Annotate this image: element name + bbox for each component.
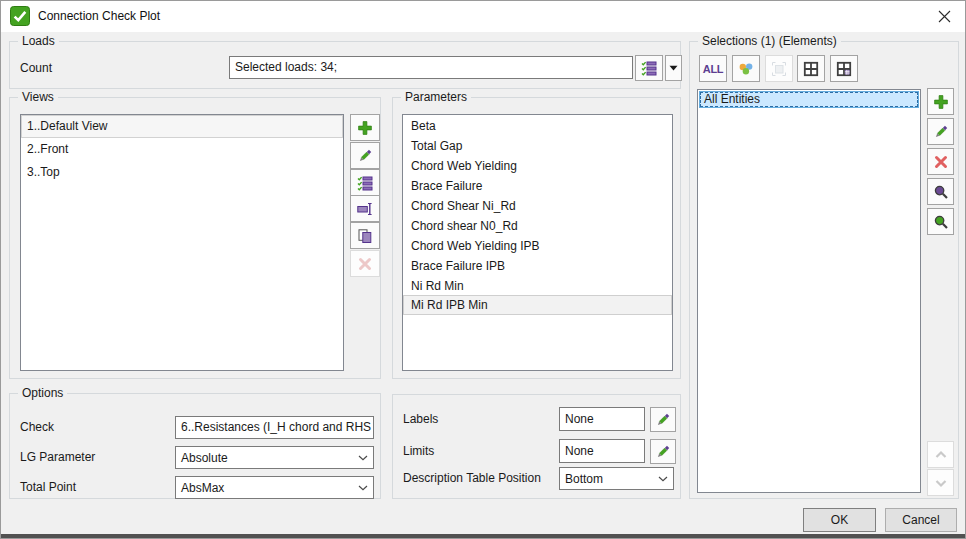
views-list[interactable]: 1..Default View2..Front3..Top — [20, 114, 344, 371]
grid-view-button[interactable] — [797, 55, 825, 82]
parameter-list-item-label: Chord Web Yielding — [411, 159, 517, 173]
parameter-list-item[interactable]: Total Gap — [403, 135, 672, 155]
parameter-list-item-label: Beta — [411, 119, 436, 133]
connection-check-plot-dialog: Connection Check Plot Loads Count Select… — [0, 0, 966, 539]
views-list-item[interactable]: 2..Front — [21, 138, 343, 161]
parameters-list[interactable]: BetaTotal GapChord Web YieldingBrace Fai… — [402, 114, 673, 371]
select-views-button[interactable] — [350, 169, 380, 196]
parameter-list-item[interactable]: Mi Rd IPB Min — [403, 295, 672, 315]
add-view-button[interactable] — [350, 114, 380, 141]
rename-view-button[interactable] — [350, 195, 380, 222]
parameter-list-item[interactable]: Chord Web Yielding IPB — [403, 235, 672, 255]
selections-legend: Selections (1) (Elements) — [698, 34, 841, 49]
checklist-icon — [641, 60, 657, 76]
pencil-icon — [933, 124, 949, 140]
select-box-button — [765, 55, 793, 82]
entities-icon — [738, 61, 754, 77]
edit-view-button[interactable] — [350, 142, 380, 169]
total-point-value: AbsMax — [181, 481, 224, 495]
selections-list[interactable]: All Entities — [697, 89, 921, 493]
views-list-item[interactable]: 3..Top — [21, 161, 343, 184]
edit-labels-button[interactable] — [650, 407, 676, 432]
window-bottom-edge — [1, 534, 965, 538]
views-list-item[interactable]: 1..Default View — [21, 115, 343, 138]
grid-filled-view-button[interactable] — [830, 55, 858, 82]
parameter-list-item-label: Ni Rd Min — [411, 279, 464, 293]
delete-view-button — [350, 250, 380, 277]
check-icon — [10, 6, 30, 26]
loads-dropdown-button[interactable] — [665, 55, 682, 81]
parameter-list-item[interactable]: Chord Web Yielding — [403, 155, 672, 175]
pencil-icon — [357, 148, 373, 164]
chevron-combo-icon — [358, 455, 368, 461]
grid-icon — [803, 61, 819, 77]
cancel-button[interactable]: Cancel — [885, 508, 957, 532]
views-group: Views 1..Default View2..Front3..Top — [9, 97, 381, 379]
options-group: Options Check 6..Resistances (I_H chord … — [9, 393, 381, 499]
pencil-icon — [655, 444, 671, 460]
count-field[interactable]: Selected loads: 34; — [229, 56, 633, 79]
views-legend: Views — [18, 90, 58, 105]
limits-field[interactable]: None — [559, 439, 645, 463]
views-list-item-label: 3..Top — [27, 165, 60, 179]
all-label: ALL — [703, 63, 723, 75]
select-entities-button[interactable] — [732, 55, 760, 82]
chevron-up-icon — [933, 447, 949, 463]
labels-label: Labels — [403, 407, 438, 431]
plot-options-group: Labels None Limits None Description Tabl… — [392, 394, 681, 499]
delete-x-icon — [933, 154, 949, 170]
selection-list-item-label: All Entities — [700, 92, 918, 107]
zoom-fit-selection-button[interactable] — [927, 208, 954, 235]
edit-limits-button[interactable] — [650, 439, 676, 464]
dropdown-arrow-icon — [669, 65, 678, 71]
grid-filled-icon — [836, 61, 852, 77]
titlebar: Connection Check Plot — [1, 1, 965, 32]
magnifier-purple-icon — [933, 184, 949, 200]
parameter-list-item[interactable]: Ni Rd Min — [403, 275, 672, 295]
limits-label: Limits — [403, 439, 434, 463]
select-box-icon — [771, 61, 787, 77]
options-legend: Options — [18, 386, 67, 401]
parameter-list-item[interactable]: Brace Failure — [403, 175, 672, 195]
selection-list-item[interactable]: All Entities — [699, 91, 919, 108]
total-point-label: Total Point — [20, 476, 76, 499]
copy-view-button[interactable] — [350, 222, 380, 249]
parameter-list-item[interactable]: Brace Failure IPB — [403, 255, 672, 275]
chevron-combo-icon — [658, 476, 668, 482]
parameter-list-item[interactable]: Chord Shear Ni_Rd — [403, 195, 672, 215]
pencil-icon — [655, 412, 671, 428]
description-table-position-select[interactable]: Bottom — [559, 467, 674, 490]
delete-x-icon — [357, 256, 373, 272]
lg-parameter-select[interactable]: Absolute — [175, 446, 374, 469]
parameter-list-item[interactable]: Chord shear N0_Rd — [403, 215, 672, 235]
select-all-button[interactable]: ALL — [699, 55, 727, 82]
description-table-position-label: Description Table Position — [403, 467, 541, 490]
move-up-button — [927, 441, 954, 468]
copy-icon — [357, 228, 373, 244]
lg-parameter-label: LG Parameter — [20, 446, 95, 469]
loads-legend: Loads — [18, 34, 59, 49]
add-selection-button[interactable] — [927, 88, 954, 115]
labels-field[interactable]: None — [559, 407, 645, 431]
checklist-icon — [357, 175, 373, 191]
views-list-item-label: 1..Default View — [27, 119, 108, 133]
total-point-select[interactable]: AbsMax — [175, 476, 374, 499]
parameter-list-item-label: Brace Failure — [411, 179, 482, 193]
parameter-list-item[interactable]: Beta — [403, 115, 672, 135]
check-field[interactable]: 6..Resistances (I_H chord and RHS or — [175, 416, 374, 439]
edit-selection-button[interactable] — [927, 118, 954, 145]
close-button[interactable] — [927, 1, 961, 32]
parameter-list-item-label: Chord Shear Ni_Rd — [411, 199, 516, 213]
parameter-list-item-label: Total Gap — [411, 139, 462, 153]
parameters-group: Parameters BetaTotal GapChord Web Yieldi… — [392, 97, 681, 379]
delete-selection-button[interactable] — [927, 148, 954, 175]
loads-group: Loads Count Selected loads: 34; — [9, 41, 681, 89]
select-loads-button[interactable] — [635, 55, 663, 81]
ok-button[interactable]: OK — [803, 508, 876, 532]
zoom-selection-button[interactable] — [927, 178, 954, 205]
check-label: Check — [20, 416, 54, 439]
magnifier-green-icon — [933, 214, 949, 230]
description-table-position-value: Bottom — [565, 472, 603, 486]
plus-icon — [933, 94, 949, 110]
parameter-list-item-label: Chord Web Yielding IPB — [411, 239, 540, 253]
